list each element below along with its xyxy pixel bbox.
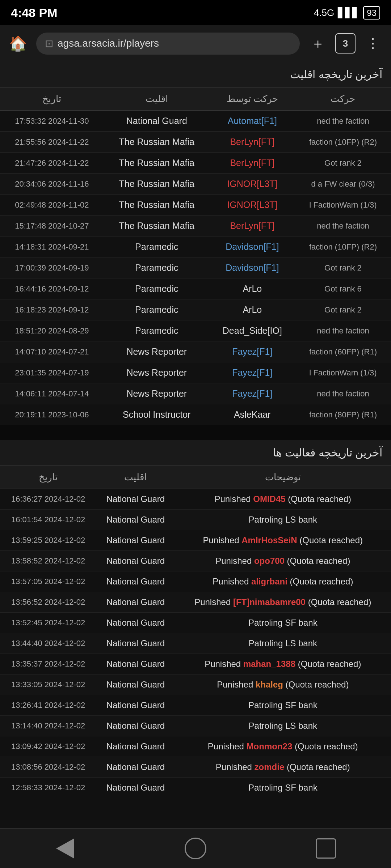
by-cell: ArLo xyxy=(210,299,295,320)
faction-cell: National Guard xyxy=(96,716,175,736)
nav-recents-button[interactable] xyxy=(311,834,340,863)
table-row: ned the faction[F1]FayezNews Reporter202… xyxy=(0,383,391,404)
by-cell: [F1]Fayez xyxy=(210,341,295,362)
home-button[interactable]: 🏠 xyxy=(7,33,29,54)
col-desc: توضیحات xyxy=(175,466,391,489)
nav-home-button[interactable] xyxy=(181,834,210,863)
by-cell: [F1]Automat xyxy=(210,111,295,132)
table-row: ned the faction[FT]BerLynThe Russian Maf… xyxy=(0,216,391,237)
table-row: faction (10FP) (R2)[FT]BerLynThe Russian… xyxy=(0,132,391,153)
table-row: Punished AmIrHosSeiN (Quota reached)Nati… xyxy=(0,530,391,551)
desc-cell: Patroling LS bank xyxy=(175,716,391,736)
status-icons: 4.5G ▋▋▋ 93 xyxy=(314,7,380,18)
table-row: Punished aligrbani (Quota reached)Nation… xyxy=(0,571,391,592)
faction-cell: Paramedic xyxy=(104,237,210,258)
action-cell: faction (60FP) (R1) xyxy=(295,341,391,362)
table-row: Patroling SF bankNational Guard2024-12-0… xyxy=(0,695,391,716)
date-cell: 2024-11-16 20:34:06 xyxy=(0,174,104,195)
desc-cell: Punished zomdie (Quota reached) xyxy=(175,757,391,778)
col-faction-act: اقلیت xyxy=(96,466,175,489)
table-row: Punished [FT]nimabamre00 (Quota reached)… xyxy=(0,592,391,613)
action-cell: Got rank 2 xyxy=(295,299,391,320)
faction-cell: National Guard xyxy=(96,695,175,716)
table-row: Patroling LS bankNational Guard2024-12-0… xyxy=(0,633,391,654)
new-tab-button[interactable]: ＋ xyxy=(307,33,329,54)
faction-cell: The Russian Mafia xyxy=(104,216,210,237)
table-row: d a FW clear (0/3)[L3T]IGNORThe Russian … xyxy=(0,174,391,195)
browser-actions: ＋ 3 ⋮ xyxy=(307,33,384,54)
faction-cell: News Reporter xyxy=(104,362,210,383)
date-cell: 2024-09-19 17:00:39 xyxy=(0,258,104,278)
faction-cell: Paramedic xyxy=(104,278,210,299)
battery-icon: 93 xyxy=(363,7,380,18)
desc-cell: Patroling LS bank xyxy=(175,510,391,530)
nav-back-button[interactable] xyxy=(51,834,80,863)
col-by: حرکت توسط xyxy=(210,88,295,111)
table-row: Punished opo700 (Quota reached)National … xyxy=(0,551,391,571)
faction-cell: National Guard xyxy=(96,551,175,571)
desc-cell: Punished Monmon23 (Quota reached) xyxy=(175,736,391,757)
by-cell: [FT]BerLyn xyxy=(210,132,295,153)
table-row: faction (10FP) (R2)[F1]DavidsonParamedic… xyxy=(0,237,391,258)
table-row: Patroling LS bankNational Guard2024-12-0… xyxy=(0,510,391,530)
home-icon xyxy=(185,838,206,859)
table-row: Punished OMID45 (Quota reached)National … xyxy=(0,489,391,510)
faction-cell: The Russian Mafia xyxy=(104,195,210,216)
action-cell: d a FW clear (0/3) xyxy=(295,174,391,195)
desc-cell: Patroling SF bank xyxy=(175,778,391,798)
desc-cell: Punished opo700 (Quota reached) xyxy=(175,551,391,571)
url-text: agsa.arsacia.ir/players xyxy=(58,38,159,49)
date-cell: 2024-12-02 16:36:27 xyxy=(0,489,96,510)
status-bar: 4:48 PM 4.5G ▋▋▋ 93 xyxy=(0,0,391,25)
date-cell: 2024-11-22 21:47:26 xyxy=(0,153,104,174)
faction-cell: The Russian Mafia xyxy=(104,174,210,195)
action-cell: Got rank 6 xyxy=(295,278,391,299)
date-cell: 2024-12-02 13:44:40 xyxy=(0,633,96,654)
table-row: Got rank 2[FT]BerLynThe Russian Mafia202… xyxy=(0,153,391,174)
date-cell: 2024-11-30 17:53:32 xyxy=(0,111,104,132)
faction-cell: National Guard xyxy=(96,510,175,530)
url-icon: ⊡ xyxy=(45,38,53,50)
table-row: Punished zomdie (Quota reached)National … xyxy=(0,757,391,778)
table-row: Patroling LS bankNational Guard2024-12-0… xyxy=(0,716,391,736)
faction-history-header: آخرین تاریخچه اقلیت xyxy=(0,61,391,88)
date-cell: 2024-09-12 16:44:16 xyxy=(0,278,104,299)
table-row: faction (60FP) (R1)[F1]FayezNews Reporte… xyxy=(0,341,391,362)
col-date: تاریخ xyxy=(0,88,104,111)
desc-cell: Punished khaleg (Quota reached) xyxy=(175,675,391,695)
browser-chrome: 🏠 ⊡ agsa.arsacia.ir/players ＋ 3 ⋮ xyxy=(0,25,391,61)
by-cell: ArLo xyxy=(210,278,295,299)
url-bar[interactable]: ⊡ agsa.arsacia.ir/players xyxy=(36,33,300,55)
table-row: Got rank 2[F1]DavidsonParamedic2024-09-1… xyxy=(0,258,391,278)
date-cell: 2024-12-02 13:59:25 xyxy=(0,530,96,551)
table-row: Punished mahan_1388 (Quota reached)Natio… xyxy=(0,654,391,675)
desc-cell: Patroling SF bank xyxy=(175,695,391,716)
faction-cell: News Reporter xyxy=(104,383,210,404)
faction-cell: National Guard xyxy=(96,613,175,633)
desc-cell: Punished OMID45 (Quota reached) xyxy=(175,489,391,510)
col-action: حرکت xyxy=(295,88,391,111)
desc-cell: Punished AmIrHosSeiN (Quota reached) xyxy=(175,530,391,551)
faction-history-table: حرکت حرکت توسط اقلیت تاریخ ned the facti… xyxy=(0,88,391,425)
table-row: Punished Monmon23 (Quota reached)Nationa… xyxy=(0,736,391,757)
table-row: faction (80FP) (R1)AsleKaarSchool Instru… xyxy=(0,404,391,425)
faction-cell: National Guard xyxy=(96,489,175,510)
date-cell: 2024-12-02 13:57:05 xyxy=(0,571,96,592)
table-row: Patroling SF bankNational Guard2024-12-0… xyxy=(0,613,391,633)
date-cell: 2024-09-12 16:18:23 xyxy=(0,299,104,320)
faction-cell: Paramedic xyxy=(104,258,210,278)
action-cell: l FactionWarn (1/3) xyxy=(295,195,391,216)
faction-cell: National Guard xyxy=(96,757,175,778)
by-cell: [FT]BerLyn xyxy=(210,216,295,237)
by-cell: [L3T]IGNOR xyxy=(210,174,295,195)
desc-cell: Patroling SF bank xyxy=(175,613,391,633)
date-cell: 2024-12-02 16:01:54 xyxy=(0,510,96,530)
faction-cell: National Guard xyxy=(96,675,175,695)
activities-table: توضیحات اقلیت تاریخ Punished OMID45 (Quo… xyxy=(0,466,391,798)
action-cell: faction (10FP) (R2) xyxy=(295,237,391,258)
date-cell: 2024-12-02 13:33:05 xyxy=(0,675,96,695)
action-cell: Got rank 2 xyxy=(295,153,391,174)
menu-button[interactable]: ⋮ xyxy=(362,33,384,54)
faction-cell: National Guard xyxy=(96,778,175,798)
tabs-button[interactable]: 3 xyxy=(335,33,356,54)
